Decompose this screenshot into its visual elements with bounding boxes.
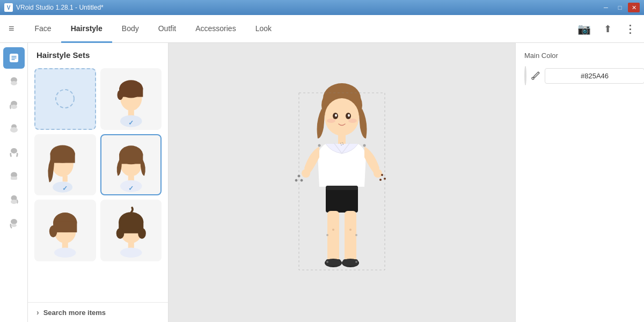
title-bar-text: VRoid Studio 1.28.1 - Untitled* (16, 4, 104, 11)
svg-rect-42 (128, 242, 134, 248)
hairstyle-grid: ✓ ✓ (28, 64, 168, 302)
title-bar: V VRoid Studio 1.28.1 - Untitled* ─ □ ✕ (0, 0, 644, 15)
side-icon-home[interactable] (3, 47, 25, 69)
share-button[interactable]: ⬆ (602, 21, 614, 37)
svg-point-12 (11, 219, 17, 224)
content-area: Hairstyle Sets (0, 43, 644, 322)
title-bar-controls: ─ □ ✕ (600, 3, 640, 12)
hair-item-1[interactable] (34, 68, 96, 130)
viewport[interactable] (169, 43, 515, 322)
svg-point-57 (295, 179, 297, 181)
check-mark-2: ✓ (128, 119, 134, 127)
check-mark-3: ✓ (62, 185, 68, 192)
svg-point-7 (11, 148, 17, 153)
nav-right: 📷 ⬆ ⋮ (575, 20, 638, 38)
svg-point-67 (349, 229, 352, 231)
svg-rect-28 (119, 153, 143, 163)
side-icon-hair2[interactable] (3, 94, 25, 116)
svg-point-56 (301, 179, 303, 181)
svg-rect-65 (345, 211, 356, 262)
svg-rect-24 (63, 175, 68, 181)
nav-tabs: Face Hairstyle Body Outfit Accessories L… (25, 15, 282, 42)
svg-point-43 (120, 247, 142, 257)
svg-point-79 (355, 234, 357, 236)
maximize-button[interactable]: □ (614, 3, 626, 12)
more-options-button[interactable]: ⋮ (623, 20, 638, 38)
svg-point-74 (318, 144, 321, 147)
svg-point-51 (327, 119, 335, 123)
side-icon-hair4[interactable] (3, 142, 25, 163)
svg-rect-63 (326, 186, 358, 190)
hair-item-6[interactable] (100, 200, 162, 261)
svg-point-54 (302, 169, 310, 178)
tab-accessories[interactable]: Accessories (186, 16, 245, 43)
search-more-chevron: › (36, 308, 39, 317)
svg-point-80 (532, 77, 534, 79)
svg-point-50 (348, 114, 350, 117)
side-icons-panel (0, 43, 28, 322)
empty-slot-icon (54, 88, 76, 109)
color-row: #825A46 (524, 66, 635, 85)
hair-item-3[interactable]: ✓ (34, 134, 96, 196)
svg-point-46 (325, 98, 359, 136)
search-more-button[interactable]: › Search more items (28, 302, 168, 322)
svg-point-6 (10, 127, 18, 133)
side-icon-hair3[interactable] (3, 118, 25, 140)
app-body: ≡ Face Hairstyle Body Outfit Accessories… (0, 15, 644, 322)
svg-rect-64 (327, 211, 339, 262)
svg-point-4 (11, 105, 17, 109)
minimize-button[interactable]: ─ (600, 3, 612, 12)
color-swatch[interactable] (524, 66, 526, 85)
side-icon-hair1[interactable] (3, 71, 25, 92)
tab-outfit[interactable]: Outfit (149, 16, 186, 43)
check-mark-4: ✓ (128, 185, 134, 192)
panel-title: Hairstyle Sets (28, 43, 168, 64)
svg-point-13 (11, 224, 17, 227)
search-more-label: Search more items (43, 309, 106, 317)
app-icon: V (4, 3, 13, 12)
svg-point-52 (348, 119, 357, 123)
svg-point-78 (326, 234, 328, 236)
character-model (283, 69, 401, 296)
svg-point-2 (11, 81, 17, 85)
side-icon-hair5[interactable] (3, 165, 25, 187)
color-section-title: Main Color (524, 52, 635, 60)
hair-item-5[interactable] (34, 200, 96, 261)
tab-look[interactable]: Look (246, 16, 281, 43)
svg-point-75 (363, 144, 366, 147)
svg-point-61 (379, 179, 382, 181)
nav-bar: ≡ Face Hairstyle Body Outfit Accessories… (0, 15, 644, 43)
svg-point-41 (138, 228, 146, 239)
svg-rect-9 (11, 177, 17, 180)
svg-rect-35 (62, 242, 68, 248)
svg-point-36 (54, 247, 76, 257)
svg-point-76 (326, 261, 328, 263)
eyedropper-button[interactable] (531, 68, 540, 83)
side-icon-hair6[interactable] (3, 189, 25, 210)
svg-point-40 (116, 228, 124, 239)
svg-rect-53 (338, 134, 346, 144)
hair-item-2[interactable]: ✓ (100, 68, 162, 130)
hair-preview-6 (101, 201, 161, 260)
hair-item-4[interactable]: ✓ (100, 134, 162, 196)
svg-point-49 (335, 114, 337, 117)
svg-point-11 (11, 200, 17, 204)
svg-point-14 (56, 90, 74, 108)
tab-face[interactable]: Face (25, 16, 61, 43)
svg-rect-23 (50, 153, 75, 163)
svg-point-66 (332, 229, 334, 231)
svg-point-34 (49, 225, 57, 237)
side-icon-hair7[interactable] (3, 213, 25, 234)
hamburger-menu[interactable]: ≡ (6, 21, 17, 36)
svg-point-58 (374, 169, 382, 178)
color-hex-input[interactable]: #825A46 (545, 68, 644, 84)
camera-button[interactable]: 📷 (575, 20, 593, 38)
character-svg (283, 69, 401, 294)
right-panel: Main Color #825A46 (515, 43, 644, 322)
hairstyle-panel: Hairstyle Sets (28, 43, 169, 322)
close-button[interactable]: ✕ (628, 3, 640, 12)
tab-hairstyle[interactable]: Hairstyle (61, 16, 112, 43)
svg-point-77 (355, 261, 357, 263)
hair-preview-5 (35, 201, 95, 260)
tab-body[interactable]: Body (112, 16, 149, 43)
